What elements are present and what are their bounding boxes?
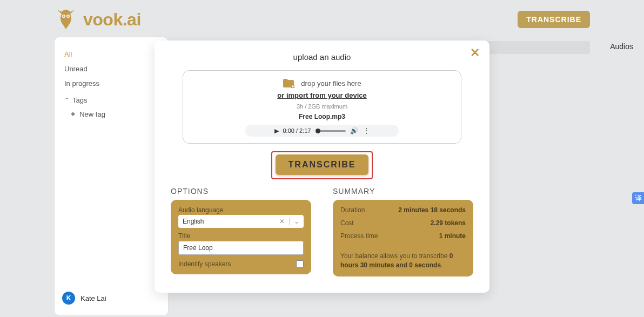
sidebar: All Unread In progress ⌃ Tags + New tag … bbox=[54, 37, 169, 316]
tab-audios[interactable]: Audios bbox=[610, 42, 633, 51]
sidebar-item-inprogress[interactable]: In progress bbox=[55, 76, 168, 91]
folder-icon bbox=[283, 78, 294, 88]
cost-label: Cost bbox=[340, 219, 354, 227]
summary-panel: SUMMARY Duration 2 minutes 18 seconds Co… bbox=[333, 187, 473, 276]
limit-text: 3h / 2GB maximum bbox=[194, 103, 450, 110]
summary-title: SUMMARY bbox=[333, 187, 473, 195]
drop-text: drop your files here bbox=[301, 79, 361, 87]
audio-time: 0:00 / 2:17 bbox=[283, 127, 311, 134]
identify-speakers-checkbox[interactable] bbox=[296, 260, 304, 268]
balance-text: Your balance allows you to transcribe 0 … bbox=[340, 252, 466, 270]
svg-point-2 bbox=[63, 16, 65, 17]
import-link[interactable]: or import from your device bbox=[277, 91, 366, 99]
duration-label: Duration bbox=[340, 206, 365, 214]
user-account[interactable]: K Kate Lai bbox=[55, 286, 168, 310]
language-value: English bbox=[183, 218, 204, 225]
owl-icon bbox=[54, 8, 78, 31]
app-header: vook.ai TRANSCRIBE bbox=[0, 0, 644, 31]
sidebar-item-unread[interactable]: Unread bbox=[55, 62, 168, 76]
chevron-down-icon[interactable]: ⌄ bbox=[294, 218, 299, 225]
options-title: OPTIONS bbox=[171, 187, 311, 195]
process-time-label: Process time bbox=[340, 232, 378, 240]
play-icon[interactable]: ▶ bbox=[274, 127, 279, 134]
plus-icon: + bbox=[71, 110, 75, 118]
brand-text: vook.ai bbox=[83, 10, 141, 30]
new-tag-label: New tag bbox=[79, 110, 105, 118]
transcribe-button-header[interactable]: TRANSCRIBE bbox=[518, 11, 590, 28]
process-time-value: 1 minute bbox=[439, 232, 466, 240]
logo[interactable]: vook.ai bbox=[54, 8, 141, 31]
avatar: K bbox=[62, 292, 75, 305]
dropzone[interactable]: drop your files here or import from your… bbox=[183, 70, 461, 144]
more-icon[interactable]: ⋮ bbox=[363, 127, 370, 134]
uploaded-filename: Free Loop.mp3 bbox=[194, 113, 450, 120]
transcribe-button-modal[interactable]: TRANSCRIBE bbox=[276, 154, 369, 175]
sidebar-item-all[interactable]: All bbox=[55, 47, 168, 62]
cost-value: 2.29 tokens bbox=[431, 219, 466, 227]
language-select[interactable]: English ✕ ⌄ bbox=[178, 215, 304, 228]
title-input[interactable] bbox=[178, 241, 304, 255]
close-icon[interactable]: ✕ bbox=[470, 47, 480, 59]
duration-value: 2 minutes 18 seconds bbox=[398, 206, 466, 214]
translate-widget[interactable]: 译 bbox=[632, 192, 644, 204]
identify-speakers-label: Indentify speakers bbox=[178, 260, 231, 268]
title-field-label: Title bbox=[178, 232, 304, 240]
options-panel: OPTIONS Audio language English ✕ ⌄ Title… bbox=[171, 187, 311, 276]
svg-point-3 bbox=[68, 16, 69, 17]
modal-panels: OPTIONS Audio language English ✕ ⌄ Title… bbox=[171, 187, 473, 276]
clear-icon[interactable]: ✕ bbox=[279, 218, 285, 225]
audio-player: ▶ 0:00 / 2:17 🔊 ⋮ bbox=[245, 125, 399, 137]
tags-label: Tags bbox=[72, 96, 87, 104]
transcribe-highlight-box: TRANSCRIBE bbox=[171, 151, 473, 179]
audio-progress[interactable] bbox=[316, 130, 346, 132]
sidebar-tags-toggle[interactable]: ⌃ Tags bbox=[55, 93, 168, 107]
modal-title: upload an audio bbox=[171, 52, 473, 62]
upload-modal: ✕ upload an audio drop your files here o… bbox=[155, 41, 489, 293]
sidebar-new-tag[interactable]: + New tag bbox=[55, 107, 168, 120]
volume-icon[interactable]: 🔊 bbox=[350, 127, 358, 134]
lang-label: Audio language bbox=[178, 206, 304, 214]
user-name: Kate Lai bbox=[81, 294, 106, 302]
chevron-up-icon: ⌃ bbox=[64, 97, 69, 104]
